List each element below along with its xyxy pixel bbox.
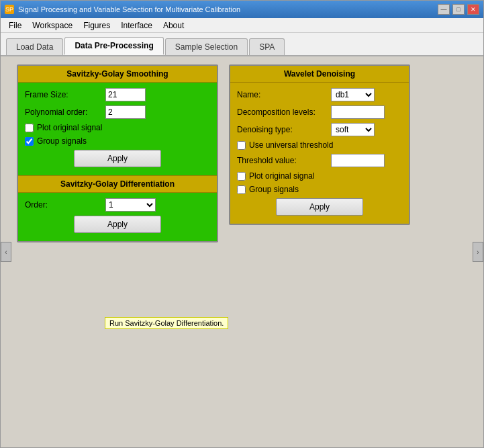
plot-original-label: Plot original signal	[37, 123, 102, 132]
wavelet-group-signals-label: Group signals	[249, 185, 299, 194]
order-row: Order: 1 2 3	[25, 198, 210, 212]
wavelet-group-signals-checkbox[interactable]	[237, 185, 246, 194]
close-button[interactable]: ✕	[467, 4, 479, 15]
frame-size-label: Frame Size:	[25, 90, 105, 99]
wavelet-name-label: Name:	[237, 90, 331, 99]
wavelet-apply-button[interactable]: Apply	[276, 198, 363, 216]
tab-spa[interactable]: SPA	[249, 38, 285, 55]
window-title: Signal Processing and Variable Selection…	[18, 5, 240, 13]
smoothing-body: Frame Size: Polynomial order: Plot origi…	[18, 83, 217, 175]
wavelet-plot-original-label: Plot original signal	[249, 171, 314, 181]
smoothing-section: Savitzky-Golay Smoothing Frame Size: Pol…	[18, 66, 217, 176]
app-icon: SP	[5, 5, 14, 14]
differentiation-header: Savitzky-Golay Differentiation	[18, 176, 217, 193]
main-window: SP Signal Processing and Variable Select…	[0, 0, 484, 448]
plot-original-row: Plot original signal	[25, 123, 210, 132]
menu-about[interactable]: About	[158, 19, 189, 32]
universal-threshold-checkbox[interactable]	[237, 141, 246, 150]
universal-threshold-row: Use universal threshold	[237, 140, 402, 150]
universal-threshold-label: Use universal threshold	[249, 140, 333, 150]
threshold-value-input[interactable]	[331, 154, 385, 167]
title-bar-left: SP Signal Processing and Variable Select…	[5, 5, 240, 14]
menu-interface[interactable]: Interface	[115, 19, 158, 32]
right-panel: Wavelet Denoising Name: db1 db2 db3 haar…	[229, 64, 410, 225]
frame-size-row: Frame Size:	[25, 88, 210, 101]
order-label: Order:	[25, 200, 105, 210]
main-content: ‹ Savitzky-Golay Smoothing Frame Size: P…	[1, 56, 483, 447]
smoothing-header: Savitzky-Golay Smoothing	[18, 66, 217, 83]
tab-data-preprocessing[interactable]: Data Pre-Processing	[64, 37, 163, 55]
menu-file[interactable]: File	[3, 19, 27, 32]
title-bar: SP Signal Processing and Variable Select…	[1, 1, 483, 18]
decomp-levels-label: Decomposition levels:	[237, 107, 331, 117]
denoising-type-select[interactable]: soft hard	[331, 123, 375, 136]
differentiation-body: Order: 1 2 3 Apply	[18, 193, 217, 241]
nav-arrow-right[interactable]: ›	[473, 242, 483, 262]
frame-size-input[interactable]	[105, 88, 146, 101]
order-dropdown[interactable]: 1 2 3	[105, 198, 156, 212]
left-panel: Savitzky-Golay Smoothing Frame Size: Pol…	[17, 64, 218, 242]
group-signals-row: Group signals	[25, 136, 210, 146]
poly-order-label: Polynomial order:	[25, 107, 105, 117]
smoothing-apply-button[interactable]: Apply	[74, 150, 161, 167]
nav-arrow-left[interactable]: ‹	[1, 242, 11, 262]
group-signals-checkbox[interactable]	[25, 137, 34, 146]
denoising-type-row: Denoising type: soft hard	[237, 123, 402, 136]
wavelet-header: Wavelet Denoising	[230, 66, 409, 83]
threshold-value-label: Threshold value:	[237, 156, 331, 165]
denoising-type-label: Denoising type:	[237, 125, 331, 134]
menu-workspace[interactable]: Workspace	[27, 19, 78, 32]
wavelet-name-row: Name: db1 db2 db3 haar sym2	[237, 88, 402, 101]
differentiation-tooltip: Run Savitzky-Golay Differentiation.	[105, 317, 228, 329]
maximize-button[interactable]: □	[452, 4, 465, 15]
decomp-levels-input[interactable]	[331, 105, 385, 119]
wavelet-group-signals-row: Group signals	[237, 185, 402, 194]
differentiation-apply-button[interactable]: Apply	[74, 216, 161, 233]
group-signals-label: Group signals	[37, 136, 87, 146]
wavelet-plot-original-row: Plot original signal	[237, 171, 402, 181]
tabs-bar: Load Data Data Pre-Processing Sample Sel…	[1, 33, 483, 56]
wavelet-body: Name: db1 db2 db3 haar sym2 Decompositio…	[230, 83, 409, 224]
poly-order-row: Polynomial order:	[25, 105, 210, 119]
plot-original-checkbox[interactable]	[25, 124, 34, 132]
tab-load-data[interactable]: Load Data	[6, 38, 63, 55]
minimize-button[interactable]: —	[438, 4, 450, 15]
differentiation-section: Savitzky-Golay Differentiation Order: 1 …	[18, 176, 217, 241]
title-controls: — □ ✕	[438, 4, 479, 15]
wavelet-name-select[interactable]: db1 db2 db3 haar sym2	[331, 88, 375, 101]
wavelet-plot-original-checkbox[interactable]	[237, 172, 246, 181]
decomp-levels-row: Decomposition levels:	[237, 105, 402, 119]
tab-sample-selection[interactable]: Sample Selection	[165, 38, 248, 55]
poly-order-input[interactable]	[105, 105, 146, 119]
threshold-value-row: Threshold value:	[237, 154, 402, 167]
menu-figures[interactable]: Figures	[78, 19, 115, 32]
menu-bar: File Workspace Figures Interface About	[1, 18, 483, 33]
